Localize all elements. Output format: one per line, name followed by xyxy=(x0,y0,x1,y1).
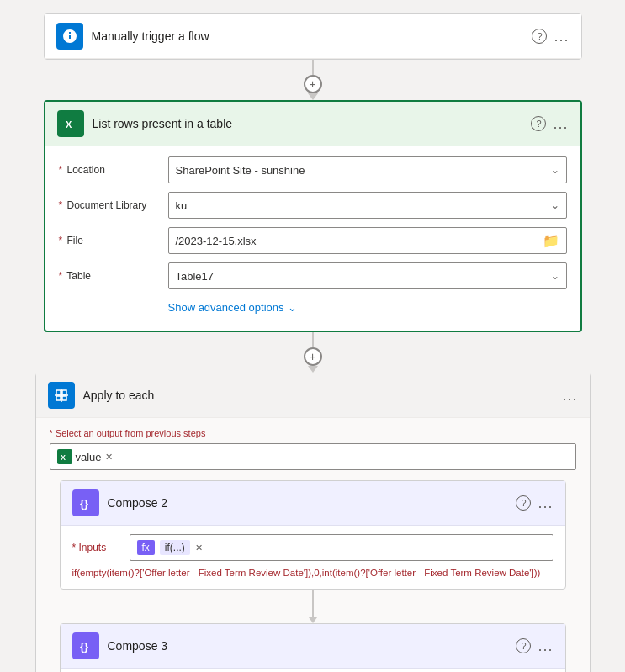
file-value: /2023-12-15.xlsx xyxy=(176,235,538,247)
trigger-actions: ? ... xyxy=(532,28,569,45)
compose2-inputs-row: * Inputs fx if(...) ✕ xyxy=(72,534,553,561)
excel-card-title: List rows present in a table xyxy=(93,117,523,130)
inner-connector-line xyxy=(312,590,314,617)
compose2-header: {} Compose 2 ? ... xyxy=(61,481,565,526)
connector-plus-2[interactable]: + xyxy=(304,347,322,366)
table-row: * Table Table17 ⌄ xyxy=(59,262,567,289)
compose3-help-icon[interactable]: ? xyxy=(516,638,531,653)
inner-connector-arrow xyxy=(309,617,317,623)
advanced-options-chevron-icon: ⌄ xyxy=(288,301,297,314)
connector-plus-1[interactable]: + xyxy=(304,75,322,93)
apply-each-title: Apply to each xyxy=(83,389,554,402)
svg-text:X: X xyxy=(66,119,72,130)
compose2-ellipsis-icon[interactable]: ... xyxy=(538,495,553,512)
svg-text:{}: {} xyxy=(80,497,88,510)
compose3-title: Compose 3 xyxy=(108,639,508,653)
select-output-label: * Select an output from previous steps xyxy=(50,428,576,438)
compose2-inputs-label: * Inputs xyxy=(72,542,123,553)
compose3-card: {} Compose 3 ? ... * Inpu xyxy=(60,623,566,672)
connector-arrow-1 xyxy=(308,93,318,100)
excel-icon: X xyxy=(57,110,84,137)
connector-2: + xyxy=(304,332,322,373)
apply-each-actions: ... xyxy=(562,387,577,405)
compose2-body: * Inputs fx if(...) ✕ if(empty(item()?['… xyxy=(61,526,565,589)
trigger-icon xyxy=(56,23,83,50)
doclibrary-label: * Document Library xyxy=(59,199,168,211)
svg-text:X: X xyxy=(61,453,66,462)
value-tag-row: X value ✕ xyxy=(50,443,576,470)
excel-card: X List rows present in a table ? ... * L… xyxy=(44,100,582,332)
value-tag-close-icon[interactable]: ✕ xyxy=(105,452,113,463)
table-value: Table17 xyxy=(176,270,551,283)
doclibrary-row: * Document Library ku ⌄ xyxy=(59,192,567,219)
compose2-if-close-icon[interactable]: ✕ xyxy=(195,542,203,553)
excel-card-body: * Location SharePoint Site - sunshine ⌄ … xyxy=(45,146,580,331)
advanced-options-link[interactable]: Show advanced options ⌄ xyxy=(168,298,567,320)
trigger-card: Manually trigger a flow ? ... xyxy=(44,13,582,60)
apply-each-body: * Select an output from previous steps X… xyxy=(36,418,590,672)
excel-help-icon[interactable]: ? xyxy=(531,116,546,131)
apply-each-header: Apply to each ... xyxy=(36,373,590,418)
trigger-title: Manually trigger a flow xyxy=(92,29,524,43)
svg-text:{}: {} xyxy=(80,640,88,653)
advanced-options-label: Show advanced options xyxy=(168,301,284,314)
file-field[interactable]: /2023-12-15.xlsx 📁 xyxy=(168,227,567,254)
apply-each-card: Apply to each ... * Select an output fro… xyxy=(35,373,591,672)
excel-card-header: X List rows present in a table ? ... xyxy=(45,102,580,146)
compose3-ellipsis-icon[interactable]: ... xyxy=(538,638,553,655)
connector-1: + xyxy=(304,60,322,100)
compose3-body: * Inputs fx if(...) ✕ if(equals(addDays(… xyxy=(61,669,565,672)
compose2-inputs-field[interactable]: fx if(...) ✕ xyxy=(130,534,553,561)
doclibrary-field[interactable]: ku ⌄ xyxy=(168,192,567,219)
location-field[interactable]: SharePoint Site - sunshine ⌄ xyxy=(168,156,567,183)
inner-connector xyxy=(309,590,317,623)
connector-arrow-2 xyxy=(308,366,318,373)
compose2-actions: ? ... xyxy=(516,495,553,512)
location-chevron-icon: ⌄ xyxy=(551,164,559,176)
compose2-title: Compose 2 xyxy=(108,496,508,510)
compose2-icon: {} xyxy=(72,489,99,516)
compose3-actions: ? ... xyxy=(516,638,553,655)
trigger-ellipsis-icon[interactable]: ... xyxy=(553,28,569,45)
file-row: * File /2023-12-15.xlsx 📁 xyxy=(59,227,567,254)
compose2-fx-tag: fx xyxy=(137,540,155,555)
compose3-icon: {} xyxy=(72,632,99,659)
trigger-help-icon[interactable]: ? xyxy=(532,29,547,44)
value-tag: X value ✕ xyxy=(57,449,113,464)
inner-card-area: {} Compose 2 ? ... * Inpu xyxy=(50,470,576,672)
apply-each-ellipsis-icon[interactable]: ... xyxy=(562,387,577,405)
doclibrary-chevron-icon: ⌄ xyxy=(551,199,559,211)
value-tag-text: value xyxy=(76,451,102,463)
compose2-card: {} Compose 2 ? ... * Inpu xyxy=(60,480,566,590)
location-value: SharePoint Site - sunshine xyxy=(176,164,551,177)
compose2-fx-icon: fx xyxy=(142,542,150,553)
table-chevron-icon: ⌄ xyxy=(551,270,559,282)
compose2-expression: if(empty(item()?['Offer letter - Fixed T… xyxy=(72,566,553,580)
compose2-if-tag: if(...) xyxy=(160,540,190,555)
table-label: * Table xyxy=(59,270,168,282)
excel-ellipsis-icon[interactable]: ... xyxy=(553,115,568,133)
flow-container: Manually trigger a flow ? ... + X List r… xyxy=(0,0,625,672)
file-folder-icon: 📁 xyxy=(543,233,559,249)
doclibrary-value: ku xyxy=(176,199,551,212)
location-label: * Location xyxy=(59,164,168,176)
connector-line-2 xyxy=(312,332,314,347)
compose2-help-icon[interactable]: ? xyxy=(516,495,531,511)
excel-card-actions: ? ... xyxy=(531,115,568,133)
file-label: * File xyxy=(59,235,168,246)
connector-line-1 xyxy=(312,60,314,75)
apply-icon xyxy=(48,382,75,409)
location-row: * Location SharePoint Site - sunshine ⌄ xyxy=(59,156,567,183)
trigger-card-header: Manually trigger a flow ? ... xyxy=(45,14,581,59)
compose3-header: {} Compose 3 ? ... xyxy=(61,624,565,669)
value-tag-excel-icon: X xyxy=(57,449,72,464)
table-field[interactable]: Table17 ⌄ xyxy=(168,262,567,289)
